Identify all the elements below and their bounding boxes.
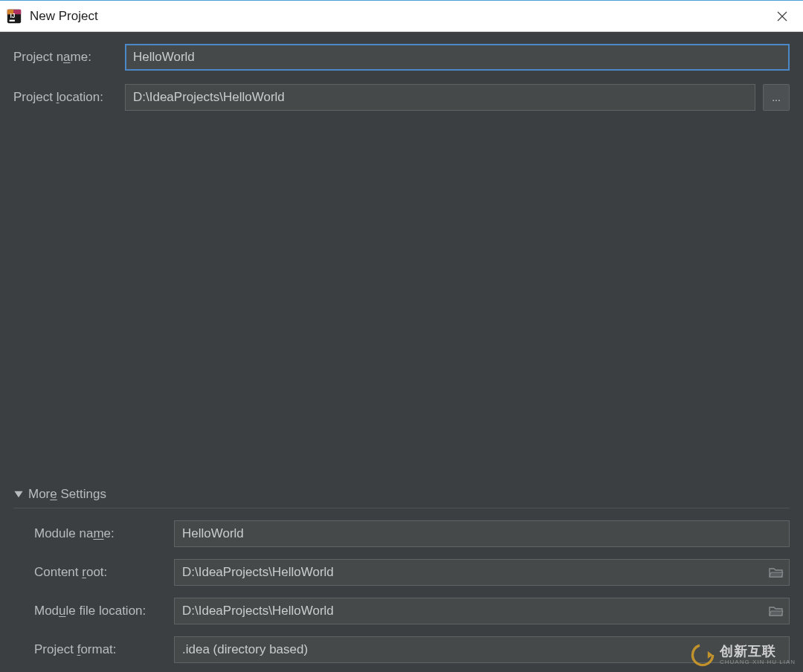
project-name-label: Project name: [13,50,125,65]
folder-open-icon [769,566,784,578]
module-name-input[interactable] [174,520,790,547]
folder-open-icon [769,605,784,617]
more-settings-section: More Settings Module name: Content root: [13,487,790,663]
project-location-row: Project location: ... [13,84,790,111]
project-name-input[interactable] [125,44,790,71]
project-format-label: Project format: [34,642,174,657]
close-icon [777,11,787,22]
project-name-row: Project name: [13,44,790,71]
more-settings-label: More Settings [28,487,106,502]
content-root-label: Content root: [34,565,174,580]
content-root-input[interactable] [174,559,790,586]
module-file-location-label: Module file location: [34,604,174,618]
module-name-label: Module name: [34,526,174,541]
browse-location-button[interactable]: ... [763,84,790,111]
browse-module-file-location-button[interactable] [769,605,784,617]
more-settings-toggle[interactable]: More Settings [13,487,790,508]
project-format-select[interactable] [174,636,790,663]
svg-text:IJ: IJ [10,12,16,19]
project-location-label: Project location: [13,90,125,105]
window-title: New Project [30,9,766,24]
close-button[interactable] [766,0,799,32]
project-location-input[interactable] [125,84,755,111]
disclosure-triangle-icon [13,489,24,500]
module-name-row: Module name: [13,520,790,547]
svg-rect-3 [10,19,15,21]
dialog-content: Project name: Project location: ... More… [0,32,803,672]
content-root-row: Content root: [13,559,790,586]
svg-marker-7 [14,491,22,497]
intellij-idea-icon: IJ [6,8,22,25]
titlebar: IJ New Project [0,0,803,32]
module-file-location-input[interactable] [174,598,790,624]
browse-content-root-button[interactable] [769,566,784,578]
module-file-location-row: Module file location: [13,598,790,624]
project-format-row: Project format: [13,636,790,663]
